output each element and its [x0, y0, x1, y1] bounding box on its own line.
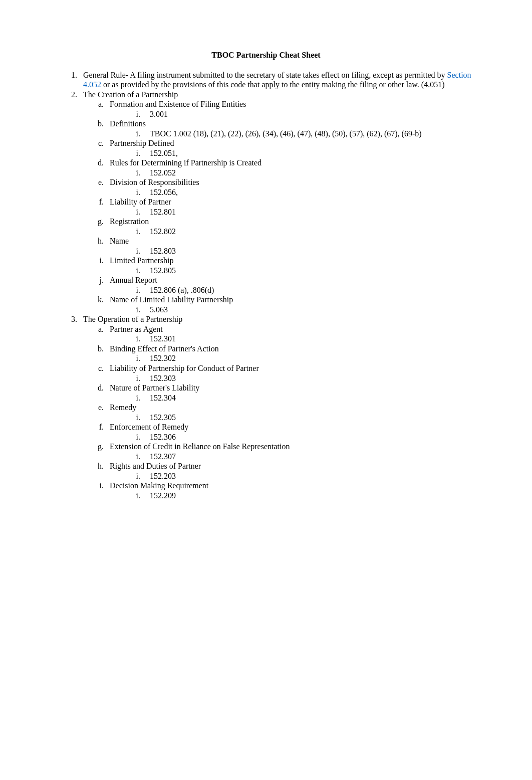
- liability-conduct-ref: 152.303: [142, 373, 477, 383]
- item-remedy: Remedy 152.305: [106, 403, 477, 422]
- binding-effect-ref: 152.302: [142, 353, 477, 363]
- name-llp-ref: 5.063: [142, 305, 477, 315]
- definitions-ref: TBOC 1.002 (18), (21), (22), (26), (34),…: [142, 129, 477, 139]
- item-binding-effect: Binding Effect of Partner's Action 152.3…: [106, 344, 477, 363]
- division-responsibilities-label: Division of Responsibilities: [110, 178, 199, 186]
- item-name-llp: Name of Limited Liability Partnership 5.…: [106, 295, 477, 314]
- operation-label: The Operation of a Partnership: [83, 315, 182, 323]
- item-enforcement-remedy: Enforcement of Remedy 152.306: [106, 422, 477, 442]
- item-rights-duties: Rights and Duties of Partner 152.203: [106, 461, 477, 481]
- page-title: TBOC Partnership Cheat Sheet: [55, 50, 477, 60]
- item-creation-of-partnership: The Creation of a Partnership Formation …: [79, 90, 477, 315]
- partner-agent-label: Partner as Agent: [110, 325, 163, 333]
- item-partner-agent: Partner as Agent 152.301: [106, 324, 477, 344]
- annual-report-ref: 152.806 (a), .806(d): [142, 285, 477, 295]
- formation-ref: 3.001: [142, 109, 477, 119]
- name-llp-label: Name of Limited Liability Partnership: [110, 295, 233, 304]
- item-liability-conduct: Liability of Partnership for Conduct of …: [106, 363, 477, 383]
- outline-root: General Rule- A filing instrument submit…: [55, 70, 477, 501]
- registration-label: Registration: [110, 217, 149, 226]
- division-responsibilities-ref: 152.056,: [142, 187, 477, 198]
- nature-liability-label: Nature of Partner's Liability: [110, 383, 199, 392]
- binding-effect-label: Binding Effect of Partner's Action: [110, 344, 219, 353]
- definitions-label: Definitions: [110, 119, 146, 128]
- item-nature-liability: Nature of Partner's Liability 152.304: [106, 383, 477, 403]
- partner-agent-ref: 152.301: [142, 334, 477, 344]
- limited-partnership-ref: 152.805: [142, 266, 477, 276]
- creation-label: The Creation of a Partnership: [83, 90, 178, 99]
- item-general-rule: General Rule- A filing instrument submit…: [79, 70, 477, 90]
- nature-liability-ref: 152.304: [142, 393, 477, 403]
- operation-sublist: Partner as Agent 152.301 Binding Effect …: [83, 324, 477, 500]
- item-operation-of-partnership: The Operation of a Partnership Partner a…: [79, 314, 477, 500]
- item-formation: Formation and Existence of Filing Entiti…: [106, 99, 477, 119]
- remedy-ref: 152.305: [142, 413, 477, 423]
- enforcement-remedy-ref: 152.306: [142, 432, 477, 442]
- extension-credit-label: Extension of Credit in Reliance on False…: [110, 442, 290, 451]
- item-registration: Registration 152.802: [106, 217, 477, 236]
- rules-determining-ref: 152.052: [142, 168, 477, 178]
- registration-ref: 152.802: [142, 227, 477, 237]
- item-annual-report: Annual Report 152.806 (a), .806(d): [106, 275, 477, 295]
- general-rule-pre: General Rule- A filing instrument submit…: [83, 71, 447, 79]
- rights-duties-ref: 152.203: [142, 471, 477, 481]
- name-ref: 152.803: [142, 246, 477, 256]
- decision-making-label: Decision Making Requirement: [110, 481, 208, 490]
- remedy-label: Remedy: [110, 403, 136, 412]
- liability-partner-label: Liability of Partner: [110, 198, 171, 206]
- creation-sublist: Formation and Existence of Filing Entiti…: [83, 99, 477, 314]
- item-division-responsibilities: Division of Responsibilities 152.056,: [106, 177, 477, 197]
- rights-duties-label: Rights and Duties of Partner: [110, 462, 201, 470]
- item-decision-making: Decision Making Requirement 152.209: [106, 481, 477, 500]
- item-partnership-defined: Partnership Defined 152.051,: [106, 138, 477, 158]
- limited-partnership-label: Limited Partnership: [110, 256, 174, 265]
- decision-making-ref: 152.209: [142, 491, 477, 501]
- liability-partner-ref: 152.801: [142, 207, 477, 217]
- item-definitions: Definitions TBOC 1.002 (18), (21), (22),…: [106, 119, 477, 138]
- item-rules-determining: Rules for Determining if Partnership is …: [106, 158, 477, 177]
- extension-credit-ref: 152.307: [142, 452, 477, 462]
- liability-conduct-label: Liability of Partnership for Conduct of …: [110, 364, 259, 372]
- item-extension-credit: Extension of Credit in Reliance on False…: [106, 442, 477, 461]
- name-label: Name: [110, 237, 129, 245]
- item-liability-partner: Liability of Partner 152.801: [106, 197, 477, 217]
- item-limited-partnership: Limited Partnership 152.805: [106, 256, 477, 275]
- enforcement-remedy-label: Enforcement of Remedy: [110, 423, 188, 431]
- annual-report-label: Annual Report: [110, 276, 157, 284]
- partnership-defined-ref: 152.051,: [142, 148, 477, 158]
- formation-label: Formation and Existence of Filing Entiti…: [110, 100, 246, 108]
- general-rule-post: or as provided by the provisions of this…: [101, 80, 445, 89]
- partnership-defined-label: Partnership Defined: [110, 139, 174, 147]
- rules-determining-label: Rules for Determining if Partnership is …: [110, 158, 261, 167]
- item-name: Name 152.803: [106, 236, 477, 256]
